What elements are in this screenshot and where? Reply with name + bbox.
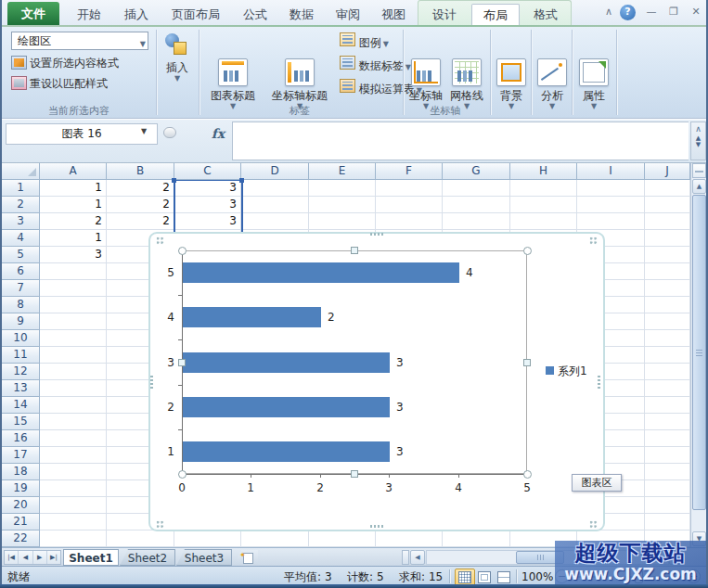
row-header-21[interactable]: 21 (2, 514, 40, 530)
cell-E2[interactable] (309, 197, 376, 213)
cell-J10[interactable] (645, 330, 690, 347)
cell-D2[interactable] (241, 197, 309, 213)
plot-handle-edge[interactable] (523, 359, 531, 366)
cell-A6[interactable] (40, 263, 107, 280)
first-sheet-icon[interactable]: |◀ (5, 551, 19, 564)
chart-element-dropdown[interactable]: 绘图区 ▼ (11, 32, 148, 50)
frame-grip-top[interactable] (369, 232, 384, 236)
collapse-ribbon-icon[interactable]: ∧ (599, 5, 618, 20)
cell-H3[interactable] (510, 213, 577, 230)
cell-J1[interactable] (645, 180, 690, 197)
cell-D1[interactable] (241, 180, 309, 197)
row-header-6[interactable]: 6 (2, 263, 40, 280)
cell-J2[interactable] (645, 197, 690, 213)
zoom-level[interactable]: 100% (521, 569, 553, 584)
cell-A12[interactable] (40, 364, 107, 380)
cell-J15[interactable] (645, 414, 690, 430)
column-header-H[interactable]: H (510, 163, 577, 180)
cell-J18[interactable] (645, 464, 690, 480)
tab-6[interactable]: 审阅 (325, 4, 371, 26)
cell-J21[interactable] (645, 514, 690, 530)
cell-G1[interactable] (443, 180, 510, 197)
vertical-scrollbar[interactable]: ▲ ▼ (690, 163, 706, 547)
plot-handle-edge[interactable] (351, 247, 358, 254)
row-header-3[interactable]: 3 (2, 213, 40, 230)
cell-A1[interactable]: 1 (40, 180, 107, 197)
chart-title-button[interactable]: 图表标题 ▼ (204, 57, 262, 111)
cell-A16[interactable] (40, 430, 107, 447)
cell-J12[interactable] (645, 364, 690, 380)
cell-A22[interactable] (40, 530, 107, 547)
bar-category-1[interactable] (183, 441, 390, 462)
cell-A9[interactable] (40, 313, 107, 330)
tab-split-handle[interactable] (402, 550, 409, 565)
next-sheet-icon[interactable]: ▶ (33, 551, 47, 564)
source-range-handle[interactable] (172, 178, 176, 183)
frame-grip[interactable] (589, 236, 598, 245)
sheet-tab-sheet1[interactable]: Sheet1 (63, 549, 119, 566)
plot-handle-edge[interactable] (178, 359, 186, 366)
cell-J5[interactable] (645, 247, 690, 263)
row-header-19[interactable]: 19 (2, 480, 40, 497)
frame-grip-bottom[interactable] (369, 524, 384, 529)
legend-button[interactable]: 图例▼ (340, 32, 389, 51)
tab-1[interactable]: 开始 (65, 4, 113, 26)
plot-handle-edge[interactable] (351, 470, 358, 478)
bar-category-4[interactable] (183, 307, 321, 327)
minimize-icon[interactable]: — (642, 5, 661, 20)
split-handle[interactable] (692, 163, 706, 178)
column-header-G[interactable]: G (443, 163, 510, 180)
cell-F22[interactable] (376, 530, 443, 547)
cell-J13[interactable] (645, 380, 690, 397)
cell-J14[interactable] (645, 397, 690, 414)
column-header-A[interactable]: A (40, 163, 107, 180)
column-header-E[interactable]: E (309, 163, 376, 180)
bar-category-3[interactable] (183, 352, 390, 373)
bar-category-5[interactable] (183, 262, 459, 283)
cell-I2[interactable] (577, 197, 645, 213)
cell-J6[interactable] (645, 263, 690, 280)
column-header-C[interactable]: C (174, 163, 241, 180)
cell-I1[interactable] (577, 180, 645, 197)
cell-G2[interactable] (443, 197, 510, 213)
tab-contextual-2[interactable]: 布局 (471, 4, 520, 26)
frame-grip[interactable] (156, 520, 164, 529)
row-header-16[interactable]: 16 (2, 430, 40, 447)
cell-B1[interactable]: 2 (107, 180, 174, 197)
cell-A13[interactable] (40, 380, 107, 397)
frame-grip[interactable] (589, 520, 598, 529)
data-labels-button[interactable]: 数据标签▼ (340, 56, 411, 74)
sheet-tab-sheet2[interactable]: Sheet2 (120, 549, 175, 566)
cell-A19[interactable] (40, 480, 107, 497)
cell-A4[interactable]: 1 (40, 230, 107, 247)
scroll-down-icon[interactable]: ▼ (691, 142, 705, 148)
row-header-4[interactable]: 4 (2, 230, 40, 247)
cell-A8[interactable] (40, 297, 107, 313)
previous-sheet-icon[interactable]: ◀ (19, 551, 32, 564)
row-header-14[interactable]: 14 (2, 397, 40, 414)
chart-object[interactable]: 4524333231012345系列1 (148, 232, 605, 531)
cell-A17[interactable] (40, 447, 107, 464)
cell-I3[interactable] (577, 213, 645, 230)
name-box-dropdown-icon[interactable]: ▼ (141, 127, 147, 135)
row-header-17[interactable]: 17 (2, 447, 40, 464)
select-all-corner[interactable] (2, 163, 40, 180)
name-box[interactable]: 图表 16 (6, 123, 158, 145)
axes-button[interactable]: 坐标轴 ▼ (406, 57, 445, 111)
row-header-1[interactable]: 1 (2, 180, 40, 197)
source-range-handle[interactable] (239, 178, 244, 183)
cell-F1[interactable] (376, 180, 443, 197)
restore-icon[interactable]: ❐ (664, 5, 683, 20)
reset-to-match-style-button[interactable]: 重设以匹配样式 (11, 74, 108, 93)
insert-worksheet-tab[interactable]: ✦ (234, 550, 258, 565)
column-header-J[interactable]: J (645, 163, 690, 180)
tab-7[interactable]: 视图 (371, 4, 416, 26)
plot-handle-corner[interactable] (523, 470, 532, 479)
chevron-up-icon[interactable]: ∧ (691, 122, 705, 135)
bar-category-2[interactable] (183, 397, 390, 417)
row-header-18[interactable]: 18 (2, 464, 40, 480)
cell-J4[interactable] (645, 230, 690, 247)
cell-B2[interactable]: 2 (107, 197, 174, 213)
row-header-22[interactable]: 22 (2, 530, 40, 547)
cell-H2[interactable] (510, 197, 577, 213)
